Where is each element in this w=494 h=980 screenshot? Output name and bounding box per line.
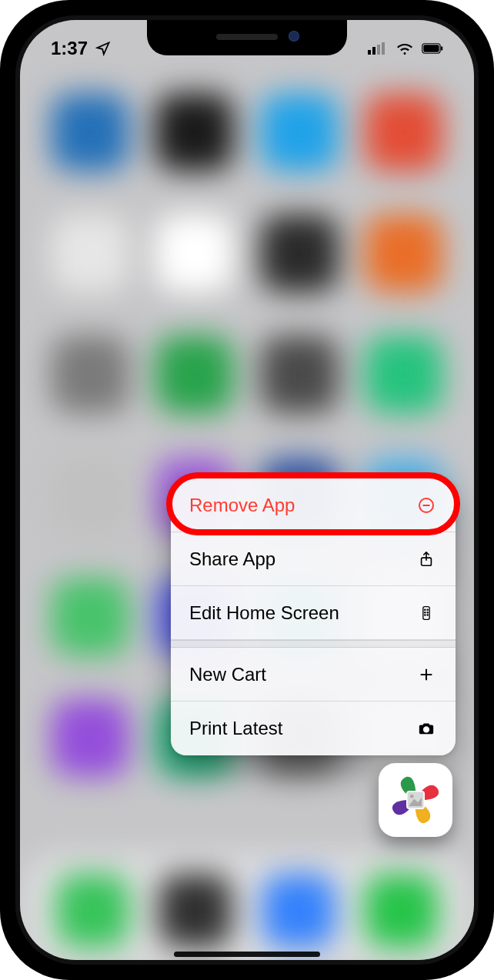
- blurred-app-icon: [52, 699, 129, 777]
- svg-rect-3: [382, 42, 385, 55]
- svg-rect-2: [377, 45, 380, 55]
- svg-point-15: [425, 614, 426, 615]
- menu-item-edit-home-screen[interactable]: Edit Home Screen: [171, 586, 456, 640]
- svg-point-19: [425, 728, 429, 732]
- blurred-app-icon: [156, 215, 234, 292]
- blurred-app-icon: [156, 335, 234, 413]
- blurred-app-icon: [365, 215, 443, 292]
- location-arrow-icon: [92, 38, 114, 59]
- blurred-app-icon: [52, 457, 129, 535]
- share-icon: [416, 548, 437, 570]
- blurred-app-icon: [52, 335, 129, 413]
- blurred-app-icon: [52, 578, 129, 655]
- blurred-dock-icon: [159, 875, 232, 948]
- svg-point-11: [425, 609, 426, 610]
- menu-item-share-app[interactable]: Share App: [171, 532, 456, 586]
- svg-rect-0: [368, 50, 371, 55]
- minus-circle-icon: [416, 495, 437, 516]
- blurred-app-icon: [156, 93, 234, 171]
- menu-item-label: Remove App: [189, 495, 295, 516]
- blurred-app-icon: [52, 93, 129, 171]
- blurred-app-icon: [261, 93, 339, 171]
- svg-point-16: [427, 614, 428, 615]
- svg-point-22: [410, 795, 414, 798]
- home-indicator[interactable]: [174, 952, 320, 957]
- svg-rect-5: [423, 45, 439, 52]
- menu-divider: [171, 640, 456, 648]
- four-color-petals-icon: [385, 769, 446, 831]
- screen: 1:37: [20, 20, 474, 960]
- blurred-app-icon: [365, 335, 443, 413]
- blurred-app-icon: [261, 215, 339, 292]
- svg-point-14: [427, 612, 428, 612]
- blurred-app-icon: [261, 335, 339, 413]
- blurred-dock-icon: [365, 875, 439, 948]
- menu-item-new-cart[interactable]: New Cart: [171, 648, 456, 702]
- device-bezel: 1:37: [15, 15, 479, 965]
- battery-icon: [422, 38, 443, 59]
- menu-item-remove-app[interactable]: Remove App: [171, 478, 456, 532]
- svg-point-13: [425, 612, 426, 612]
- iphone-device-frame: 1:37: [0, 0, 494, 980]
- svg-rect-6: [441, 46, 442, 50]
- blurred-dock-icon: [262, 875, 335, 948]
- blurred-app-icon: [365, 93, 443, 171]
- menu-item-label: New Cart: [189, 664, 266, 685]
- menu-item-print-latest[interactable]: Print Latest: [171, 702, 456, 755]
- plus-icon: [416, 664, 437, 685]
- menu-item-label: Edit Home Screen: [189, 602, 339, 624]
- blurred-dock-icon: [56, 875, 129, 948]
- cellular-signal-icon: [366, 38, 388, 59]
- svg-rect-1: [372, 47, 376, 55]
- menu-item-label: Share App: [189, 548, 275, 570]
- status-bar: 1:37: [20, 28, 474, 69]
- phone-frame-icon: [416, 602, 437, 624]
- wifi-icon: [394, 38, 416, 59]
- dock: [25, 855, 469, 960]
- focused-app-icon[interactable]: [379, 763, 452, 837]
- menu-item-label: Print Latest: [189, 718, 282, 739]
- clock: 1:37: [51, 38, 88, 59]
- camera-icon: [416, 718, 437, 739]
- blurred-app-icon: [52, 215, 129, 292]
- svg-point-12: [427, 609, 428, 610]
- svg-rect-10: [423, 606, 429, 619]
- app-context-menu: Remove App Share App Edit Home Screen: [171, 478, 456, 755]
